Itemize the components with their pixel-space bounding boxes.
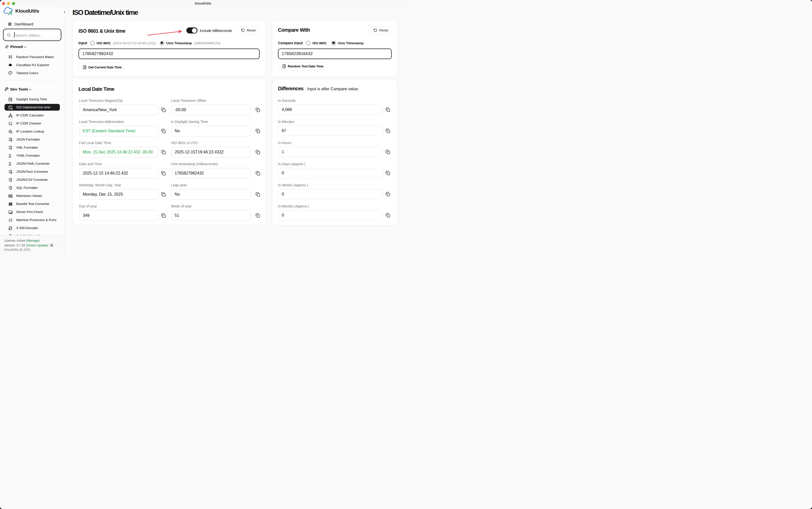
- svg-text:XML: XML: [8, 148, 11, 149]
- svg-text:SQL: SQL: [8, 188, 11, 190]
- svg-text:ML: ML: [8, 156, 11, 158]
- svg-text:CSV: CSV: [8, 180, 11, 181]
- svg-text:ML: ML: [8, 164, 11, 166]
- svg-text:JSON: JSON: [8, 140, 12, 141]
- svg-text:JSON: JSON: [8, 172, 12, 173]
